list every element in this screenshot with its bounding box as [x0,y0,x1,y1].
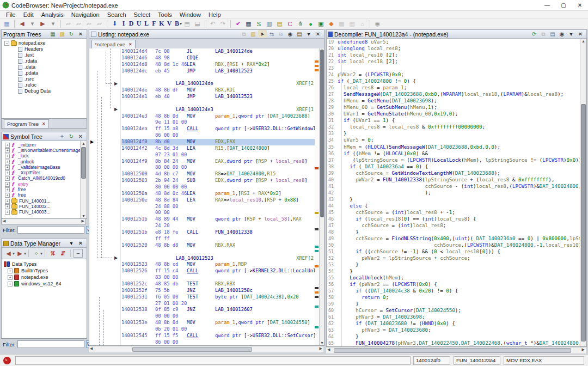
back-icon[interactable]: ◀ [4,249,13,258]
program-tree-tab[interactable]: Program Tree✕ [4,119,49,128]
instruction-row[interactable]: 14001252048 8b d8MOVRBX,RAX [121,242,315,249]
tree-item[interactable]: .text [2,52,87,58]
bytes-continuation-row[interactable]: 0b 20 01 00 [121,326,315,333]
dtm-filter-input[interactable] [17,340,84,348]
instruction-row[interactable]: 140012545ff 15 f5CALLqword ptr [->USER32… [121,333,315,339]
snapshot-icon[interactable]: ◉ [286,30,295,38]
decompile-line[interactable]: 34 uVar5 = 0; [327,137,580,143]
navigation-marker[interactable] [315,250,318,252]
symbol-filter-input[interactable] [17,226,84,234]
forward-icon[interactable]: ▶ [38,20,47,28]
decompile-line[interactable]: 53 } [327,261,580,268]
decompile-line[interactable]: 55 LocalUnlock(hMem); [327,274,580,281]
paste-icon[interactable]: ▱ [84,20,94,28]
decompile-line[interactable]: 31 if (UVar1 == 1) { [327,117,580,124]
menu-arrow-icon[interactable]: ▾ [304,30,313,38]
decompile-vscrollbar[interactable]: ▲ [580,39,586,347]
tree-item-root[interactable]: − notepad.exe [2,40,87,46]
scroll-down-icon[interactable]: ▼ [81,213,87,219]
symbol-item[interactable]: +f free [2,187,87,192]
menu-arrow-icon[interactable]: ▾ [567,30,575,38]
reset-tree-icon[interactable]: ↻ [67,30,76,38]
decompile-line[interactable]: 26 local_res8 = param_1; [327,84,580,91]
close-icon[interactable]: ✕ [76,240,85,247]
nav-letter-f-button[interactable]: F [150,20,158,28]
copy-icon[interactable]: ⧉ [539,30,548,38]
navigation-marker[interactable] [315,326,318,328]
collapse-icon[interactable]: − [4,41,9,46]
instruction-row[interactable]: 1400125380f 85 c9JNZLAB_140012607 [121,307,315,313]
symbol-item[interactable]: +f entry [2,181,87,187]
bytes-continuation-row[interactable]: 00 00 00 [121,313,315,320]
bytes-continuation-row[interactable]: 80 00 00 00 [121,184,315,191]
tree-item[interactable]: .data [2,64,87,70]
program-tree-view[interactable]: − notepad.exe Headers .text .rdata .data… [1,39,87,119]
bytes-continuation-row[interactable]: ff ff [121,236,315,242]
navigation-marker[interactable] [315,60,318,63]
bytes-continuation-row[interactable]: 80 00 00 00 [121,164,315,171]
navigation-marker[interactable] [315,265,318,267]
program-trees-header[interactable]: Program Trees ▦▨↻✕ [1,29,87,39]
decompile-line[interactable]: 42 ); [327,190,580,196]
decompile-hscrollbar[interactable]: ◀ ▶ [326,347,586,353]
instruction-row[interactable]: 1400124f98b 84 24MOVEAX,dword ptr [RSP +… [121,158,315,165]
decompile-line[interactable]: 22int local_res18 [2]; [327,58,580,65]
navigation-marker[interactable] [315,296,318,298]
save-icon[interactable]: ▦ [2,20,11,28]
decompile-line[interactable]: 44 else { [327,203,580,209]
menu-select[interactable]: Select [130,11,155,18]
decompile-line[interactable]: 47 cchSource = (int)local_res8; [327,222,580,229]
close-button[interactable]: ✕ [572,0,588,11]
refresh-icon[interactable]: ↻ [67,133,76,141]
dtm-item[interactable]: + windows_vs12_64 [2,280,87,287]
decompile-line[interactable]: 43 } [327,196,580,203]
direction-arrow-icon[interactable]: ⬇ [110,20,119,28]
capture-icon[interactable]: ✦ [58,133,66,141]
bytes-continuation-row[interactable]: 27 01 00 20 [121,301,315,307]
xref-link[interactable]: XREF[2 [296,81,314,87]
call-tree-icon[interactable]: ⋔ [296,20,305,28]
cpp-icon[interactable]: C [285,20,295,28]
book-icon[interactable]: ▤ [295,30,304,38]
decompile-line[interactable]: 33 } [327,130,580,137]
decompile-line[interactable]: 65 FUN_140004278(pHVar3,DAT_140022450,DA… [327,340,580,346]
bytes-continuation-row[interactable]: 86 00 00 [121,339,315,346]
decompile-line[interactable]: 35 hMem = (HLOCAL)SendMessageW(DAT_14002… [327,144,580,150]
instruction-row[interactable]: 14001251648 89 44MOVqword ptr [RSP + loc… [121,216,315,223]
expand-icon[interactable]: + [5,199,10,204]
tree-item[interactable]: .reloc [2,82,87,88]
maximize-button[interactable]: ▢ [555,0,572,11]
ghidra-dragon-icon[interactable] [3,357,11,364]
bytes-continuation-row[interactable]: 86 00 00 [121,132,315,139]
instruction-row[interactable]: 1400124f08b d0MOVEDX,EAX [121,139,315,145]
decompile-line[interactable]: 46 if (local_res18[0] == (int)local_res8… [327,216,580,222]
expand-icon[interactable]: + [5,176,10,181]
decompile-line[interactable]: 30 UVar1 = GetMenuState(hMenu_00,0x19,0)… [327,111,580,117]
scroll-right-icon[interactable]: ▶ [82,219,84,223]
instruction-row[interactable]: 1400124de48 8b dfMOVRBX,RDI [121,87,315,94]
dtm-root-item[interactable]: Data Types [2,261,87,267]
expand-icon[interactable]: + [5,143,10,148]
snapshot-icon[interactable]: ◉ [558,30,566,38]
symbol-tree-view[interactable]: +f _initterm +f _IsNonwritableInCurrentI… [1,141,87,219]
instruction-row[interactable]: 1400124dceb 45JMPLAB_140012523 [121,68,315,75]
instruction-row[interactable]: 14001253e48 8b 0dMOVparam_1,qword ptr [D… [121,320,315,326]
instruction-row[interactable]: 14001250e48 8d 84LEARAX=>local_res10,[RS… [121,197,315,204]
close-tab-icon[interactable]: ✕ [42,121,46,126]
decompile-line[interactable]: 29 hMenu_00 = GetSubMenu(hMenu,1); [327,104,580,111]
listing-header[interactable]: Listing: notepad.exe ⧉▥➤⇆≋◉▤▾✕ [89,29,324,39]
expand-icon[interactable]: + [5,182,10,187]
decompile-line[interactable]: 19undefined8 uVar5; [327,39,580,45]
decompile-line[interactable]: 37 (lpStringSource = (LPCWSTR)LocalLock(… [327,157,580,163]
instruction-row[interactable]: 1400124d648 98CDQE [121,55,315,62]
decompile-line[interactable]: 23 [327,65,580,71]
paste-icon[interactable]: ▱ [74,20,83,28]
nav-letter-k-button[interactable]: K [158,20,166,28]
symbol-tree-vscrollbar[interactable]: ▲ ▼ [80,141,87,219]
expand-icon[interactable]: + [8,275,13,280]
menu-analysis[interactable]: Analysis [38,11,68,18]
decompile-line[interactable]: 27 SendMessageW(DAT_140023688,0xb0,(WPAR… [327,91,580,97]
decompile-line[interactable]: 41 cchSource - (int)local_res8,(LPCWSTR)… [327,183,580,190]
decompile-line[interactable]: 38 if (_DAT_1400236a4 == 0) { [327,163,580,170]
scroll-down-icon[interactable]: ▼ [320,340,324,346]
